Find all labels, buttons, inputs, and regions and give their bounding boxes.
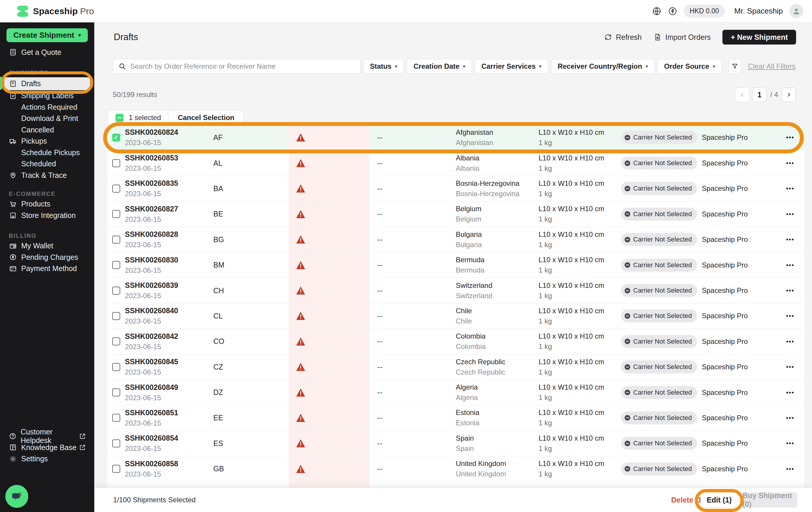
table-row[interactable]: SSHK00260830 2023-06-15 BM -- Bermuda Be… (107, 252, 804, 277)
sidebar-item-get-a-quote[interactable]: Get a Quote (0, 47, 94, 58)
sidebar-item-products[interactable]: Products (0, 198, 94, 210)
import-orders-button[interactable]: Import Orders (654, 33, 710, 42)
active-indicator (0, 77, 2, 90)
sidebar-item-shipping-labels[interactable]: Shipping Labels (0, 90, 94, 102)
row-menu-button[interactable]: ••• (786, 211, 804, 218)
row-menu-button[interactable]: ••• (786, 465, 804, 473)
sidebar-item-actions-required[interactable]: Actions Required (0, 102, 94, 113)
sidebar-item-cancelled[interactable]: Cancelled (0, 124, 94, 136)
create-shipment-button[interactable]: Create Shipment ▾ (6, 28, 88, 42)
row-checkbox[interactable] (112, 261, 120, 269)
sidebar-item-pending-charges[interactable]: Pending Charges (0, 251, 94, 263)
table-row[interactable]: SSHK00260853 2023-06-15 AL -- Albania Al… (107, 150, 804, 176)
user-name[interactable]: Mr. Spaceship (734, 6, 783, 16)
sidebar-item-settings[interactable]: Settings (0, 453, 94, 465)
row-checkbox[interactable] (112, 312, 120, 320)
row-menu-button[interactable]: ••• (786, 262, 804, 269)
sidebar-item-scheduled[interactable]: Scheduled (0, 158, 94, 170)
warning-icon (296, 312, 306, 320)
filter-receiver-country[interactable]: Receiver Country/Region▾ (551, 59, 655, 74)
alert-cell (289, 405, 370, 430)
new-shipment-button[interactable]: + New Shipment (722, 30, 796, 45)
table-row[interactable]: SSHK00260858 2023-06-15 GB -- United Kin… (107, 456, 804, 481)
buy-shipment-button[interactable]: Buy Shipment (0) (743, 492, 797, 508)
edit-button[interactable]: Edit (1) (700, 492, 738, 508)
table-row[interactable]: SSHK00260840 2023-06-15 CL -- Chile Chil… (107, 303, 804, 328)
sidebar-item-payment-method[interactable]: Payment Method (0, 263, 94, 275)
row-checkbox[interactable] (112, 338, 120, 345)
table-row[interactable]: SSHK00260839 2023-06-15 CH -- Switzerlan… (107, 277, 804, 303)
sidebar-item-pickups[interactable]: Pickups (0, 136, 94, 147)
select-all-checkbox[interactable] (116, 114, 123, 122)
chat-launcher-button[interactable] (5, 485, 28, 508)
row-checkbox[interactable] (112, 159, 120, 167)
alert-cell (289, 252, 370, 277)
row-checkbox[interactable] (112, 363, 120, 371)
page-next-button[interactable]: › (782, 88, 796, 102)
row-checkbox[interactable] (112, 287, 120, 295)
avatar[interactable] (789, 4, 803, 18)
row-menu-button[interactable]: ••• (786, 338, 804, 345)
currency-icon[interactable] (668, 6, 677, 16)
row-menu-button[interactable]: ••• (786, 287, 804, 294)
filter-carrier-services[interactable]: Carrier Services▾ (475, 59, 548, 74)
search-box[interactable] (113, 59, 360, 74)
table-row[interactable]: SSHK00260835 2023-06-15 BA -- Bosnia-Her… (107, 176, 804, 201)
table-row[interactable]: SSHK00260845 2023-06-15 CZ -- Czech Repu… (107, 354, 804, 380)
language-globe-icon[interactable] (652, 6, 662, 16)
receiver-code: AL (213, 159, 289, 167)
row-checkbox[interactable] (112, 439, 120, 448)
row-checkbox[interactable] (112, 236, 120, 244)
row-menu-button[interactable]: ••• (786, 414, 804, 422)
table-row[interactable]: SSHK00260824 2023-06-15 AF -- Afghanista… (107, 125, 804, 150)
row-menu-button[interactable]: ••• (786, 440, 804, 447)
cancel-selection-button[interactable]: Cancel Selection (169, 110, 243, 125)
order-date: 2023-06-15 (125, 317, 213, 325)
table-row[interactable]: SSHK00260827 2023-06-15 BE -- Belgium Be… (107, 201, 804, 226)
page-prev-button[interactable]: ‹ (735, 88, 750, 102)
sidebar-item-my-wallet[interactable]: My Wallet (0, 240, 94, 252)
filter-funnel-button[interactable] (729, 59, 741, 74)
filter-status[interactable]: Status▾ (363, 59, 404, 74)
row-menu-button[interactable]: ••• (786, 236, 804, 243)
row-menu-button[interactable]: ••• (786, 363, 804, 371)
carrier-status-badge: Carrier Not Selected (621, 437, 697, 450)
row-menu-button[interactable]: ••• (786, 185, 804, 192)
sidebar-item-knowledge-base[interactable]: Knowledge Base (0, 442, 94, 453)
refresh-button[interactable]: Refresh (604, 33, 642, 42)
page-number-input[interactable]: 1 (752, 88, 766, 102)
row-checkbox[interactable] (112, 388, 120, 396)
row-menu-button[interactable]: ••• (786, 312, 804, 319)
chevron-down-icon: ▾ (645, 64, 648, 69)
filter-order-source[interactable]: Order Source▾ (657, 59, 722, 74)
sidebar-item-download-print[interactable]: Download & Print (0, 113, 94, 125)
carrier-status-badge: Carrier Not Selected (621, 182, 697, 195)
row-checkbox[interactable] (112, 465, 120, 473)
sidebar-item-customer-helpdesk[interactable]: Customer Helpdesk (0, 431, 94, 442)
table-row[interactable]: SSHK00260854 2023-06-15 ES -- Spain Spai… (107, 431, 804, 456)
order-source: Spaceship Pro (702, 133, 786, 141)
row-checkbox[interactable] (112, 134, 120, 141)
search-input[interactable] (130, 62, 355, 71)
wallet-balance[interactable]: HKD 0.00 (684, 4, 725, 18)
delete-button[interactable]: Delete (1) (671, 488, 704, 512)
filter-creation-date[interactable]: Creation Date▾ (407, 59, 472, 74)
row-menu-button[interactable]: ••• (786, 389, 804, 396)
row-menu-button[interactable]: ••• (786, 134, 804, 141)
order-date: 2023-06-15 (125, 444, 213, 453)
table-row[interactable]: SSHK00260851 2023-06-15 EE -- Estonia Es… (107, 405, 804, 430)
sidebar-item-schedule-pickups[interactable]: Schedule Pickups (0, 147, 94, 158)
row-checkbox[interactable] (112, 185, 120, 193)
row-checkbox[interactable] (112, 414, 120, 422)
sidebar-item-track-trace[interactable]: Track & Trace (0, 169, 94, 181)
row-menu-button[interactable]: ••• (786, 160, 804, 167)
clear-all-filters-link[interactable]: Clear All Filters (748, 62, 795, 71)
sidebar-item-store-integration[interactable]: Store Integration (0, 210, 94, 221)
table-row[interactable]: SSHK00260842 2023-06-15 CO -- Colombia C… (107, 328, 804, 354)
row-checkbox[interactable] (112, 210, 120, 218)
warning-icon (296, 235, 306, 244)
table-row[interactable]: SSHK00260828 2023-06-15 BG -- Bulgaria B… (107, 227, 804, 252)
alert-cell (289, 227, 370, 252)
sidebar-item-drafts[interactable]: Drafts (4, 77, 90, 90)
table-row[interactable]: SSHK00260849 2023-06-15 DZ -- Algeria Al… (107, 380, 804, 405)
